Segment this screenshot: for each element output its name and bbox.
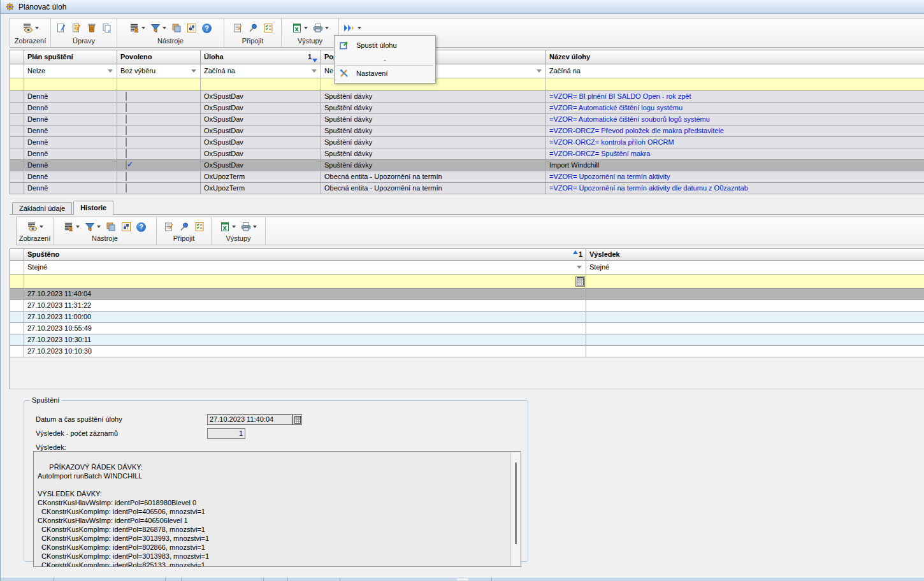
chevron-down-icon[interactable] <box>97 226 101 228</box>
chevron-down-icon[interactable] <box>537 69 542 73</box>
result-scrollbar[interactable] <box>510 452 520 566</box>
history-row[interactable]: 27.10.2023 10:10:30 <box>10 346 924 357</box>
task-name-link[interactable]: =VZOR-ORCZ= Převod položek dle makra pře… <box>546 126 924 137</box>
history-row[interactable]: 27.10.2023 10:55:49 <box>10 323 924 334</box>
filter-input-plan[interactable] <box>24 78 117 91</box>
copy-record-button[interactable] <box>102 23 112 33</box>
print-button[interactable] <box>241 222 257 232</box>
delete-record-button[interactable] <box>87 23 97 33</box>
filter-button[interactable] <box>150 24 166 33</box>
chevron-down-icon[interactable] <box>312 69 317 73</box>
datetime-field[interactable]: 27.10.2023 11:40:04 <box>207 414 292 425</box>
column-header-povoleno[interactable]: Povoleno <box>117 50 201 64</box>
filter-input-povoleno[interactable] <box>117 78 201 91</box>
history-row[interactable]: 27.10.2023 10:30:11 <box>10 334 924 346</box>
task-name-link[interactable]: =VZOR= BI plnění BI SALDO Open - rok zpě… <box>546 91 924 103</box>
filter-operator-nazev[interactable]: Začíná na <box>546 64 924 78</box>
chevron-down-icon[interactable] <box>108 69 113 73</box>
pin-button[interactable] <box>179 222 189 232</box>
task-name-link[interactable]: =VZOR-ORCZ= Spuštění makra <box>546 148 924 160</box>
column-header-vysledek[interactable]: Výsledek <box>586 249 924 261</box>
copy-grid-button[interactable] <box>171 23 182 33</box>
chevron-down-icon[interactable] <box>141 27 145 29</box>
chevron-down-icon[interactable] <box>76 226 80 228</box>
title-bar[interactable]: Plánovač úloh <box>1 0 924 14</box>
table-row[interactable]: Denně OxSpustDav Spuštění dávky =VZOR-OR… <box>10 126 924 137</box>
list-settings-button[interactable] <box>64 222 80 232</box>
filter-operator-plan[interactable]: Nelze <box>24 64 117 78</box>
excel-export-button[interactable] <box>220 222 236 232</box>
menu-item-nastaveni[interactable]: Nastavení <box>335 66 435 81</box>
enabled-checkbox[interactable] <box>126 92 127 101</box>
enabled-checkbox[interactable] <box>126 172 127 181</box>
excel-export-button[interactable] <box>292 23 308 33</box>
list-settings-button[interactable] <box>129 23 145 33</box>
table-row[interactable]: Denně OxSpustDav Spuštění dávky =VZOR= A… <box>10 103 924 114</box>
tab-zakladni-udaje[interactable]: Základní údaje <box>12 202 72 214</box>
task-name-link[interactable]: =VZOR= Upozornění na termín aktivity dle… <box>546 183 924 194</box>
enabled-checkbox[interactable] <box>126 161 127 169</box>
filter-input-uloha[interactable] <box>201 78 321 91</box>
checklist-button[interactable] <box>263 23 273 33</box>
enabled-checkbox[interactable] <box>126 138 127 147</box>
new-record-button[interactable] <box>56 23 66 33</box>
tab-historie[interactable]: Historie <box>73 201 113 215</box>
datetime-picker-button[interactable] <box>292 414 302 425</box>
table-row[interactable]: Denně OxSpustDav Spuštění dávky =VZOR= A… <box>10 114 924 126</box>
enabled-checkbox[interactable] <box>126 115 127 124</box>
table-row-selected[interactable]: Denně OxSpustDav Spuštění dávky Import W… <box>10 160 924 171</box>
filter-input-nazev[interactable] <box>546 78 924 91</box>
chevron-down-icon[interactable] <box>304 27 308 29</box>
enabled-checkbox[interactable] <box>126 183 127 192</box>
copy-grid-button[interactable] <box>106 222 116 232</box>
print-button[interactable] <box>313 23 329 33</box>
column-header-nazev-ulohy[interactable]: Název úlohy <box>546 50 924 64</box>
task-name-link[interactable]: =VZOR-ORCZ= kontrola příloh ORCRM <box>546 137 924 148</box>
filter-input-vysledek[interactable] <box>586 275 924 289</box>
note-edit-button[interactable] <box>164 222 174 232</box>
edit-record-button[interactable] <box>71 23 82 33</box>
more-commands-button[interactable] <box>342 23 361 33</box>
column-header-uloha[interactable]: Úloha 1 <box>201 50 321 64</box>
chevron-down-icon[interactable] <box>162 27 166 29</box>
date-picker-button[interactable] <box>575 276 585 287</box>
count-field[interactable]: 1 <box>207 428 245 439</box>
filter-operator-povoleno[interactable]: Bez výběru <box>117 64 201 78</box>
filter-operator-spusteno[interactable]: Stejné <box>24 261 586 275</box>
options-sliders-button[interactable] <box>121 222 131 232</box>
note-edit-button[interactable] <box>233 23 243 33</box>
help-button[interactable]: ? <box>136 222 146 232</box>
options-sliders-button[interactable] <box>187 23 197 33</box>
task-name-link[interactable]: Import Windchill <box>546 160 924 171</box>
table-row[interactable]: Denně OxSpustDav Spuštění dávky =VZOR= B… <box>10 91 924 103</box>
chevron-down-icon[interactable] <box>35 27 39 29</box>
filter-operator-vysledek[interactable]: Stejné <box>586 261 924 275</box>
chevron-down-icon[interactable] <box>191 69 196 73</box>
view-settings-button[interactable] <box>27 222 43 232</box>
checklist-button[interactable] <box>194 222 205 232</box>
enabled-checkbox[interactable] <box>126 149 127 158</box>
menu-item-spustit-ulohu[interactable]: Spustit úlohu <box>335 38 435 53</box>
history-row[interactable]: 27.10.2023 11:00:00 <box>10 312 924 323</box>
task-name-link[interactable]: =VZOR= Automatické čištění logu systému <box>546 103 924 114</box>
chevron-down-icon[interactable] <box>232 226 236 228</box>
view-settings-button[interactable] <box>22 23 39 33</box>
scrollbar-thumb[interactable] <box>515 463 517 544</box>
chevron-down-icon[interactable] <box>357 27 361 29</box>
pin-button[interactable] <box>248 23 258 33</box>
table-row[interactable]: Denně OxUpozTerm Obecná entita - Upozorn… <box>10 171 924 183</box>
enabled-checkbox[interactable] <box>126 103 127 112</box>
task-name-link[interactable]: =VZOR= Automatické čištění souborů logů … <box>546 114 924 126</box>
filter-input-spusteno[interactable] <box>24 275 586 289</box>
history-row[interactable]: 27.10.2023 11:31:22 <box>10 300 924 312</box>
table-row[interactable]: Denně OxUpozTerm Obecná entita - Upozorn… <box>10 183 924 194</box>
chevron-down-icon[interactable] <box>40 226 43 228</box>
column-header-spusteno[interactable]: Spuštěno 1 <box>24 249 586 261</box>
filter-operator-uloha[interactable]: Začíná na <box>201 64 321 78</box>
table-row[interactable]: Denně OxSpustDav Spuštění dávky =VZOR-OR… <box>10 148 924 160</box>
help-button[interactable]: ? <box>202 24 212 33</box>
chevron-down-icon[interactable] <box>325 27 329 29</box>
column-header-plan-spusteni[interactable]: Plán spuštění <box>24 50 117 64</box>
filter-button[interactable] <box>85 222 101 232</box>
chevron-down-icon[interactable] <box>253 226 257 228</box>
